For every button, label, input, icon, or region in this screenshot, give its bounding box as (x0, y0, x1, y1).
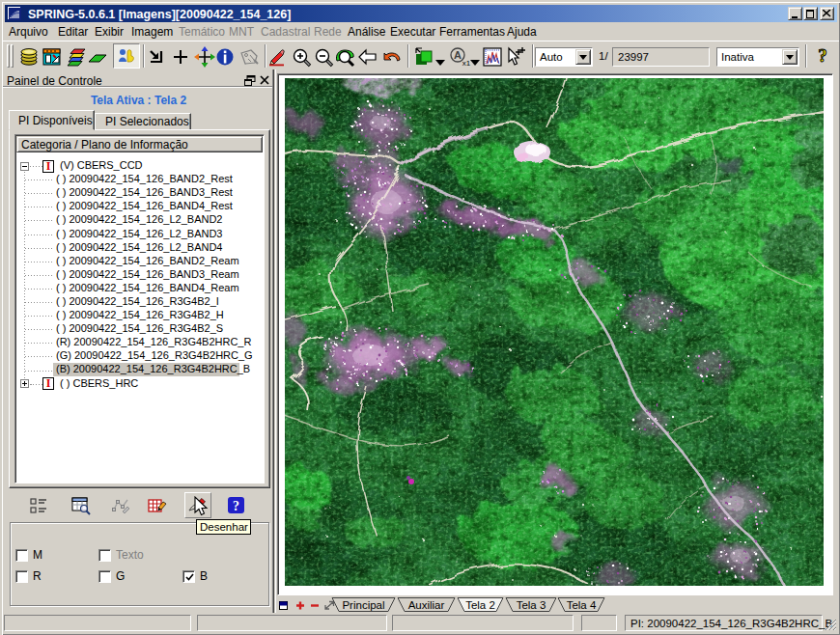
svg-text:?: ? (818, 45, 827, 66)
svg-text:?: ? (233, 499, 239, 513)
svg-text:Principal: Principal (342, 599, 384, 611)
svg-text:Tela 3: Tela 3 (517, 599, 546, 611)
svg-text:Tela 4: Tela 4 (567, 599, 597, 611)
svg-text:Auxiliar: Auxiliar (408, 599, 445, 611)
svg-text:A: A (454, 49, 462, 61)
svg-text:Tela 2: Tela 2 (465, 599, 495, 611)
